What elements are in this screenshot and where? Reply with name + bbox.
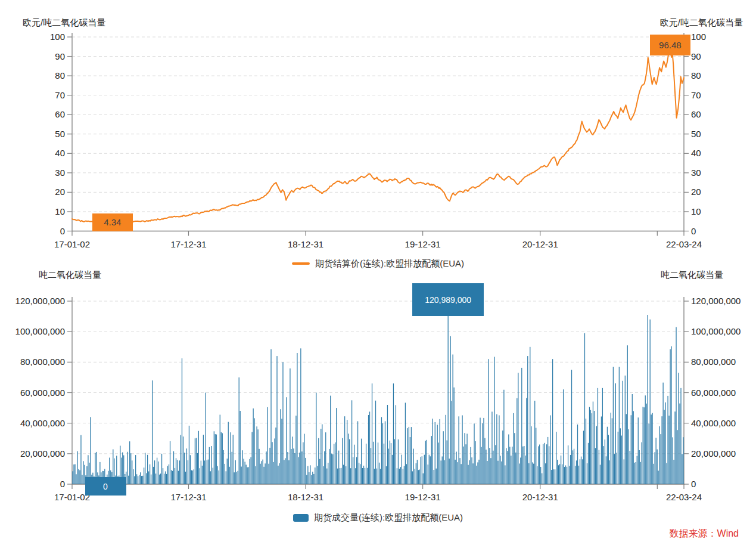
svg-text:60: 60 — [691, 109, 701, 119]
svg-text:50: 50 — [691, 129, 701, 139]
svg-text:40,000,000: 40,000,000 — [691, 418, 736, 428]
svg-text:18-12-31: 18-12-31 — [288, 492, 323, 502]
svg-text:30: 30 — [691, 168, 701, 178]
svg-text:100: 100 — [691, 32, 706, 42]
svg-text:0: 0 — [691, 479, 696, 489]
svg-text:80,000,000: 80,000,000 — [20, 357, 65, 367]
svg-text:40,000,000: 40,000,000 — [20, 418, 65, 428]
data-source-label: 数据来源：Wind — [670, 528, 739, 540]
svg-text:40: 40 — [55, 148, 65, 158]
svg-text:120,000,000: 120,000,000 — [15, 296, 65, 306]
volume-unit-label-left: 吨二氧化碳当量 — [39, 270, 101, 281]
volume-legend-label: 期货成交量(连续):欧盟排放配额(EUA) — [314, 512, 463, 524]
svg-text:17-12-31: 17-12-31 — [170, 239, 206, 249]
svg-text:100: 100 — [50, 32, 65, 42]
svg-text:90: 90 — [55, 51, 65, 61]
svg-text:10: 10 — [55, 206, 65, 216]
svg-text:20-12-31: 20-12-31 — [522, 239, 558, 249]
svg-text:100,000,000: 100,000,000 — [15, 326, 65, 336]
price-min-value-label: 4.34 — [92, 213, 133, 231]
volume-legend-bar-swatch — [293, 514, 309, 522]
svg-text:18-12-31: 18-12-31 — [288, 239, 323, 249]
price-legend-label: 期货结算价(连续):欧盟排放配额(EUA) — [315, 258, 464, 270]
svg-text:22-03-24: 22-03-24 — [666, 492, 702, 502]
svg-text:19-12-31: 19-12-31 — [405, 492, 441, 502]
price-legend: 期货结算价(连续):欧盟排放配额(EUA) — [0, 258, 756, 270]
svg-text:22-03-24: 22-03-24 — [666, 239, 702, 249]
svg-text:70: 70 — [55, 90, 65, 100]
svg-text:20,000,000: 20,000,000 — [20, 448, 65, 459]
charts-canvas: 0010102020303040405050606070708080909010… — [0, 0, 756, 545]
price-max-value-label: 96.48 — [650, 35, 690, 55]
svg-text:100,000,000: 100,000,000 — [691, 326, 741, 336]
price-unit-label-right: 欧元/吨二氧化碳当量 — [660, 17, 743, 29]
svg-text:80,000,000: 80,000,000 — [691, 357, 736, 367]
svg-text:70: 70 — [691, 90, 701, 100]
svg-text:20: 20 — [55, 187, 65, 197]
svg-text:10: 10 — [691, 206, 701, 216]
svg-text:17-12-31: 17-12-31 — [170, 492, 206, 502]
svg-text:20: 20 — [691, 187, 701, 197]
svg-text:80: 80 — [691, 70, 701, 80]
svg-text:40: 40 — [691, 148, 701, 158]
svg-text:20-12-31: 20-12-31 — [522, 492, 558, 502]
svg-text:80: 80 — [55, 70, 65, 80]
svg-text:20,000,000: 20,000,000 — [691, 448, 736, 459]
volume-unit-label-right: 吨二氧化碳当量 — [661, 270, 723, 281]
price-line-series — [72, 44, 684, 224]
svg-text:30: 30 — [55, 168, 65, 178]
svg-text:19-12-31: 19-12-31 — [405, 239, 441, 249]
svg-text:120,000,000: 120,000,000 — [691, 296, 741, 306]
volume-max-value-label: 120,989,000 — [412, 283, 484, 316]
svg-text:50: 50 — [55, 129, 65, 139]
price-legend-line-swatch — [292, 262, 310, 265]
svg-text:0: 0 — [60, 226, 65, 236]
svg-text:60: 60 — [55, 109, 65, 119]
svg-text:17-01-02: 17-01-02 — [54, 239, 90, 249]
svg-text:90: 90 — [691, 51, 701, 61]
svg-text:0: 0 — [60, 479, 65, 489]
volume-min-value-label: 0 — [85, 477, 126, 496]
volume-plot: 0020,000,00020,000,00040,000,00040,000,0… — [15, 296, 741, 502]
svg-text:0: 0 — [691, 226, 696, 236]
price-unit-label-left: 欧元/吨二氧化碳当量 — [23, 17, 105, 29]
svg-text:60,000,000: 60,000,000 — [20, 388, 65, 398]
volume-bar-series — [72, 300, 683, 485]
price-plot: 0010102020303040405050606070708080909010… — [50, 32, 706, 249]
wind-dual-chart-export: 0010102020303040405050606070708080909010… — [0, 0, 756, 545]
volume-legend: 期货成交量(连续):欧盟排放配额(EUA) — [0, 512, 756, 524]
svg-text:60,000,000: 60,000,000 — [691, 388, 736, 398]
